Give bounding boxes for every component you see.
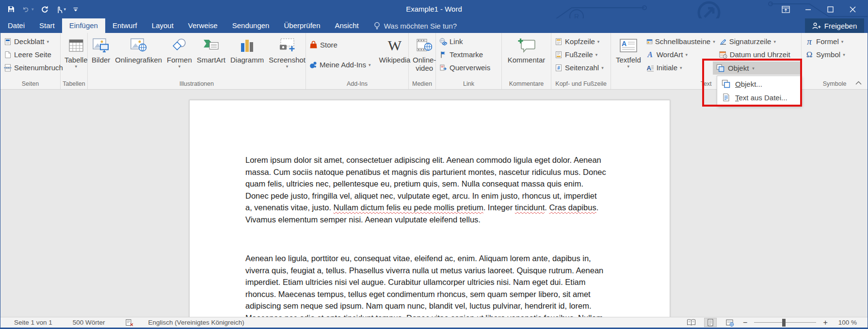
language-indicator[interactable]: Englisch (Vereinigtes Königreich) [148, 319, 244, 326]
tab-ueberpruefen[interactable]: Überprüfen [276, 18, 327, 33]
group-addins: Store Meine Add-Ins▾ W Wikipedia Add-Ins [306, 33, 409, 89]
text-line: a, venenatis vitae, justo. Nullam dictum… [245, 202, 624, 214]
menu-item-text-aus-datei[interactable]: Text aus Datei... [717, 91, 801, 104]
initiale-button[interactable]: AInitiale▾ [644, 61, 717, 74]
fusszeile-label: Fußzeile [565, 50, 593, 59]
store-button[interactable]: Store [307, 38, 372, 51]
collapse-ribbon-button[interactable] [855, 78, 862, 87]
ribbon-display-options-button[interactable] [774, 0, 797, 18]
tab-layout[interactable]: Layout [145, 18, 181, 33]
paragraph[interactable]: Aenean leo ligula, porttitor eu, consequ… [245, 252, 624, 317]
textfeld-caret-icon: ▾ [627, 64, 630, 69]
svg-text:A: A [646, 64, 651, 71]
textmarke-button[interactable]: Textmarke [437, 48, 492, 61]
group-label-kommentare: Kommentare [502, 80, 551, 89]
bilder-button[interactable]: Bilder [89, 34, 113, 80]
tabelle-button[interactable]: Tabelle ▾ [62, 34, 90, 80]
initiale-caret-icon: ▾ [680, 65, 682, 70]
querverweis-button[interactable]: Querverweis [437, 61, 492, 74]
symbol-button[interactable]: ΩSymbol▾ [803, 48, 847, 61]
web-layout-button[interactable] [723, 318, 736, 327]
tab-datei[interactable]: Datei [0, 18, 32, 33]
zoom-level[interactable]: 100 % [838, 319, 857, 326]
zoom-slider[interactable] [754, 318, 816, 327]
datum-und-uhrzeit-button[interactable]: Datum und Uhrzeit [717, 48, 800, 61]
meine-addins-button[interactable]: Meine Add-Ins▾ [307, 58, 372, 71]
group-label-tabellen: Tabellen [61, 80, 87, 89]
textfeld-button[interactable]: A Textfeld ▾ [612, 34, 644, 80]
lightbulb-icon [374, 22, 380, 30]
kopfzeile-button[interactable]: Kopfzeile▾ [553, 35, 606, 48]
group-symbole: πFormel▾ ΩSymbol▾ Symbole [802, 33, 868, 89]
cross-reference-icon [439, 64, 447, 72]
tab-verweise[interactable]: Verweise [181, 18, 225, 33]
text-segment: a, venenatis vitae, justo. [245, 203, 334, 212]
text-segment: rhoncus. Maecenas tempus, tellus eget co… [245, 290, 591, 298]
diagramm-button[interactable]: Diagramm [228, 34, 266, 80]
kommentar-label: Kommentar [508, 56, 546, 64]
tab-ansicht[interactable]: Ansicht [328, 18, 366, 33]
maximize-button[interactable] [819, 0, 841, 18]
signaturzeile-label: Signaturzeile [729, 37, 772, 46]
objekt-caret-icon: ▾ [752, 66, 755, 71]
textmarke-label: Textmarke [450, 50, 483, 59]
objekt-button[interactable]: Objekt ▾ [713, 62, 801, 75]
objekt-label: Objekt [728, 64, 749, 72]
onlinegrafiken-button[interactable]: Onlinegrafiken [113, 34, 164, 80]
document-text[interactable]: Lorem ipsum dolor sit amet, consectetuer… [245, 154, 624, 317]
tab-einfuegen[interactable]: Einfügen [62, 18, 105, 33]
zoom-slider-handle[interactable] [782, 319, 786, 327]
onlinevideo-button[interactable]: Online- video [410, 34, 438, 80]
ribbon-tab-row: Datei Start Einfügen Entwurf Layout Verw… [0, 18, 868, 33]
group-illustrationen: Bilder Onlinegrafiken Formen ▾ SmartArt [88, 33, 306, 89]
signaturzeile-button[interactable]: Signaturzeile▾ [717, 35, 800, 48]
online-video-icon [417, 35, 432, 56]
comment-icon [517, 35, 536, 56]
close-button[interactable] [841, 0, 864, 18]
zoom-in-button[interactable]: + [823, 318, 827, 327]
leere-seite-button[interactable]: Leere Seite [2, 48, 65, 61]
tell-me-box[interactable]: Was möchten Sie tun? [374, 18, 457, 33]
tab-start[interactable]: Start [32, 18, 62, 33]
wikipedia-button[interactable]: W Wikipedia [376, 34, 413, 80]
group-link: Link Textmarke Querverweis Link [436, 33, 502, 89]
formel-button[interactable]: πFormel▾ [803, 35, 847, 48]
proofing-status-button[interactable] [126, 319, 134, 327]
smartart-icon [203, 35, 219, 56]
word-count[interactable]: 500 Wörter [73, 319, 105, 326]
cover-page-icon [4, 38, 12, 46]
schnellbausteine-button[interactable]: Schnellbausteine▾ [644, 35, 717, 48]
omega-icon: Ω [805, 50, 814, 60]
zoom-out-button[interactable]: − [743, 318, 747, 327]
page-count[interactable]: Seite 1 von 1 [14, 319, 52, 326]
smartart-button[interactable]: SmartArt [194, 34, 228, 80]
hyperlink-icon [439, 38, 447, 46]
screenshot-caret-icon: ▾ [286, 64, 289, 69]
seitenumbruch-label: Seitenumbruch [14, 63, 63, 72]
tab-entwurf[interactable]: Entwurf [105, 18, 145, 33]
kommentar-button[interactable]: Kommentar [505, 34, 548, 80]
formen-button[interactable]: Formen ▾ [164, 34, 194, 80]
screenshot-button[interactable]: Screenshot ▾ [266, 34, 308, 80]
share-button[interactable]: Freigeben [805, 18, 864, 33]
tabelle-label: Tabelle [64, 56, 88, 64]
wordart-label: WordArt [657, 50, 683, 59]
seitenzahl-button[interactable]: #Seitenzahl▾ [553, 61, 606, 74]
paragraph[interactable]: Lorem ipsum dolor sit amet, consectetuer… [245, 154, 624, 225]
fusszeile-button[interactable]: Fußzeile▾ [553, 48, 606, 61]
seitenumbruch-button[interactable]: Seitenumbruch [2, 61, 65, 74]
read-mode-button[interactable] [685, 318, 697, 327]
tabelle-caret-icon: ▾ [75, 64, 78, 69]
formel-label: Formel [816, 37, 839, 46]
link-button[interactable]: Link [437, 35, 492, 48]
text-segment: Vivamus elementum semper nisi. Aenean vu… [245, 215, 481, 224]
menu-item-objekt[interactable]: Objekt... [717, 77, 801, 91]
tab-sendungen[interactable]: Sendungen [225, 18, 277, 33]
wikipedia-label: Wikipedia [379, 56, 410, 64]
wordart-button[interactable]: AWordArt▾ [644, 48, 717, 61]
print-layout-button[interactable] [704, 318, 717, 327]
deckblatt-button[interactable]: Deckblatt▾ [2, 35, 65, 48]
document-page[interactable]: Lorem ipsum dolor sit amet, consectetuer… [189, 100, 670, 317]
misspelled-text: Cras dapibus [549, 203, 596, 212]
minimize-button[interactable] [797, 0, 819, 18]
